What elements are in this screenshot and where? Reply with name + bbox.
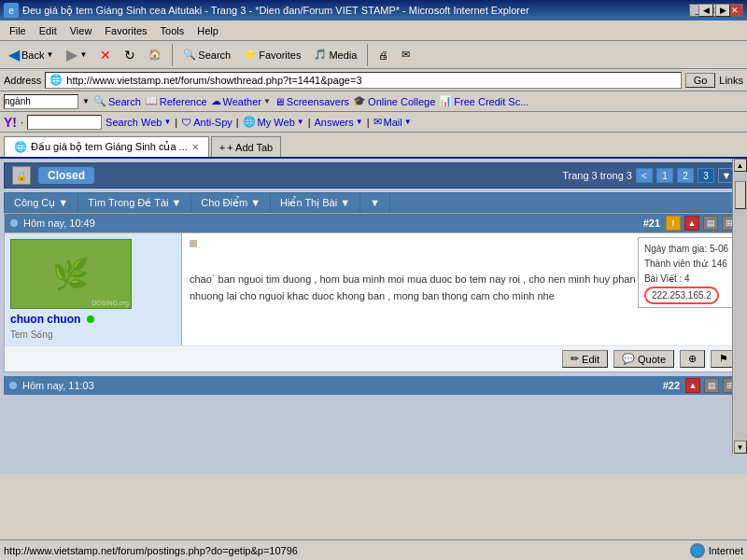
zone-label: Internet [709, 545, 743, 556]
post2-dot-icon [9, 382, 17, 389]
menu-help[interactable]: Help [191, 23, 224, 38]
main-toolbar: ◀ Back ▼ ▶ ▼ ✕ ↻ 🏠 🔍 Search ⭐ Favorites … [0, 41, 747, 69]
scroll-up-button[interactable]: ▲ [734, 159, 747, 172]
post-bookmark-icon[interactable]: ! [666, 216, 681, 231]
menu-file[interactable]: File [4, 23, 32, 38]
reference-link[interactable]: 📖 Reference [145, 95, 207, 107]
go-button[interactable]: Go [685, 73, 716, 88]
yahoo-search-input[interactable] [27, 115, 102, 130]
forum-toolbar: Công Cụ ▼ Tìm Trong Đề Tài ▼ Cho Điểm ▼ … [4, 192, 743, 213]
address-input[interactable]: 🌐 http://www.vietstamp.net/forum/showthr… [45, 72, 681, 89]
scroll-track[interactable] [734, 172, 747, 441]
refresh-button[interactable]: ↻ [120, 45, 140, 65]
add-tab-button[interactable]: + + Add Tab [211, 136, 281, 157]
stop-button[interactable]: ✕ [95, 45, 116, 65]
search-link[interactable]: 🔍 Search [93, 95, 141, 107]
post-2-timestamp: Hôm nay, 11:03 [22, 380, 94, 391]
screensavers-link[interactable]: 🖥 Screensavers [275, 96, 349, 107]
cong-cu-label: Công Cụ [14, 197, 55, 209]
my-web-icon: 🌐 [243, 116, 256, 128]
mail-button[interactable]: ✉ [397, 46, 415, 63]
add-tab-label: + Add Tab [227, 142, 273, 153]
cong-cu-arrow-icon: ▼ [58, 197, 68, 208]
forum-wrapper: 🔒 Closed Trang 3 trong 3 < 1 2 3 ▼ Công … [0, 159, 747, 474]
post-1-timestamp: Hôm nay, 10:49 [23, 217, 95, 229]
print-button[interactable]: 🖨 [374, 47, 393, 63]
cho-diem-arrow-icon: ▼ [250, 197, 261, 208]
yahoo-bar-separator4: | [367, 117, 370, 128]
edit-icon: ✏ [571, 353, 579, 365]
answers-button[interactable]: Answers ▼ [315, 117, 363, 128]
scroll-thumb[interactable] [735, 181, 746, 209]
my-web-button[interactable]: 🌐 My Web ▼ [243, 116, 304, 128]
search-web-dropdown-icon: ▼ [163, 118, 171, 126]
media-button[interactable]: 🎵 Media [309, 46, 361, 63]
refresh-icon: ↻ [124, 48, 135, 63]
forward-button[interactable]: ▶ ▼ [62, 43, 92, 66]
mail-button[interactable]: ✉ Mail ▼ [374, 116, 412, 128]
favorites-button[interactable]: ⭐ Favorites [239, 46, 305, 63]
menu-view[interactable]: View [64, 23, 98, 38]
tab-active[interactable]: 🌐 Đấu giá bộ tem Giáng Sinh của ... ✕ [4, 136, 209, 157]
hien-thi-bai-menu[interactable]: Hiển Thị Bài ▼ [271, 193, 360, 212]
username-link[interactable]: chuon chuon [10, 313, 84, 326]
cho-diem-menu[interactable]: Cho Điểm ▼ [191, 193, 271, 212]
scroll-down-button[interactable]: ▼ [734, 441, 747, 454]
quote-button[interactable]: 💬 Quote [613, 350, 674, 368]
page-1-button[interactable]: 1 [656, 168, 673, 183]
post-1-content: Ngày tham gia: 5-06 Thành viên thứ: 146 … [182, 233, 742, 345]
weather-link[interactable]: ☁ Weather ▼ [211, 95, 271, 107]
nganh-input[interactable] [4, 94, 78, 109]
search-button[interactable]: 🔍 Search [178, 46, 235, 63]
post2-warn-icon[interactable]: ▲ [685, 378, 700, 393]
page-3-button[interactable]: 3 [698, 168, 714, 183]
search-icon: 🔍 [183, 49, 196, 61]
page-2-button[interactable]: 2 [677, 168, 694, 183]
mail-icon: ✉ [402, 49, 410, 61]
weather-icon: ☁ [211, 95, 221, 107]
tim-trong-de-tai-menu[interactable]: Tìm Trong Đề Tài ▼ [78, 193, 191, 212]
back-button[interactable]: ◀ Back ▼ [4, 43, 58, 66]
anti-spy-button[interactable]: 🛡 Anti-Spy [181, 117, 233, 128]
post-1-number: #21 [643, 217, 660, 229]
status-bar: http://www.vietstamp.net/forum/postings.… [0, 539, 747, 560]
posts-row: Bài Viết : 4 [644, 272, 728, 287]
toolbar-separator-2 [367, 44, 368, 66]
tab-scroll-left[interactable]: ◀ [698, 4, 713, 17]
hien-thi-label: Hiển Thị Bài [280, 197, 337, 209]
tab-scroll-right[interactable]: ▶ [715, 4, 730, 17]
tab-close-button[interactable]: ✕ [191, 142, 199, 152]
post2-edit-icon[interactable]: ▤ [704, 378, 719, 393]
post-edit-icon[interactable]: ▤ [703, 216, 718, 231]
menu-favorites[interactable]: Favorites [99, 23, 152, 38]
search-web-button[interactable]: Search Web ▼ [106, 117, 171, 128]
ip-address: 222.253.165.2 [644, 287, 719, 304]
forward-dropdown-icon: ▼ [79, 50, 87, 59]
post-warn-icon[interactable]: ▲ [684, 216, 699, 231]
menu-bar: File Edit View Favorites Tools Help [0, 21, 747, 41]
free-credit-link[interactable]: 📊 Free Credit Sc... [439, 95, 529, 107]
vertical-scrollbar: ▲ ▼ [732, 159, 747, 454]
post-2-header: Hôm nay, 11:03 #22 ▲ ▤ ⊞ [4, 376, 743, 395]
address-icon: 🌐 [49, 74, 63, 86]
post-1-footer: ✏ Edit 💬 Quote ⊕ ⚑ [5, 345, 742, 371]
edit-button[interactable]: ✏ Edit [562, 350, 608, 368]
page-prev-button[interactable]: < [636, 168, 653, 183]
extra-dropdown-menu[interactable]: ▼ [360, 193, 390, 212]
home-button[interactable]: 🏠 [144, 46, 166, 63]
member-num-value: 146 [712, 259, 727, 269]
post-1-icons: ! ▲ ▤ ⊞ [666, 216, 737, 231]
cong-cu-menu[interactable]: Công Cụ ▼ [5, 193, 78, 212]
menu-edit[interactable]: Edit [34, 23, 63, 38]
online-college-link[interactable]: 🎓 Online College [353, 95, 435, 107]
favorites-icon: ⭐ [244, 49, 257, 61]
menu-tools[interactable]: Tools [155, 23, 190, 38]
member-num-label: Thành viên thứ: [644, 259, 709, 269]
join-date-label: Ngày tham gia: [644, 244, 707, 254]
join-date-value: 5-06 [710, 244, 728, 254]
more-button[interactable]: ⊕ [680, 350, 705, 368]
hien-thi-arrow-icon: ▼ [340, 197, 350, 208]
user-title: Tem Sống [10, 329, 176, 340]
nganh-dropdown-icon[interactable]: ▼ [82, 97, 90, 105]
tim-trong-arrow-icon: ▼ [171, 197, 181, 208]
